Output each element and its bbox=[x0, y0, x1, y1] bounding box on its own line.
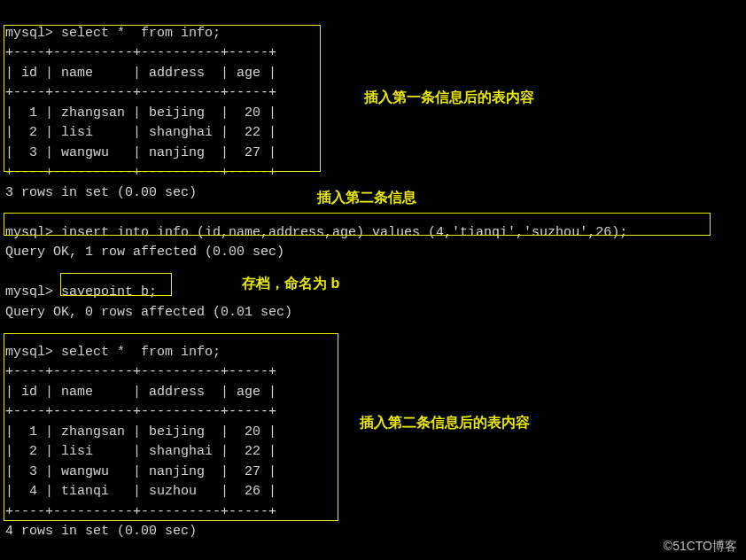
highlight-box-savepoint bbox=[60, 273, 172, 296]
highlight-box-insert bbox=[4, 213, 711, 236]
savepoint-status: Query OK, 0 rows affected (0.01 sec) bbox=[5, 305, 292, 320]
annotation-3: 存档，命名为 b bbox=[242, 275, 339, 293]
table1-status: 3 rows in set (0.00 sec) bbox=[5, 185, 197, 200]
annotation-1: 插入第一条信息后的表内容 bbox=[364, 89, 534, 107]
insert-status: Query OK, 1 row affected (0.00 sec) bbox=[5, 245, 284, 260]
annotation-2: 插入第二条信息 bbox=[317, 189, 416, 207]
watermark: ©51CTO博客 bbox=[664, 539, 737, 555]
prompt: mysql> bbox=[5, 284, 53, 299]
highlight-box-table1 bbox=[4, 25, 321, 172]
table2-status: 4 rows in set (0.00 sec) bbox=[5, 524, 197, 539]
annotation-4: 插入第二条信息后的表内容 bbox=[360, 414, 530, 432]
highlight-box-table2 bbox=[4, 333, 338, 521]
